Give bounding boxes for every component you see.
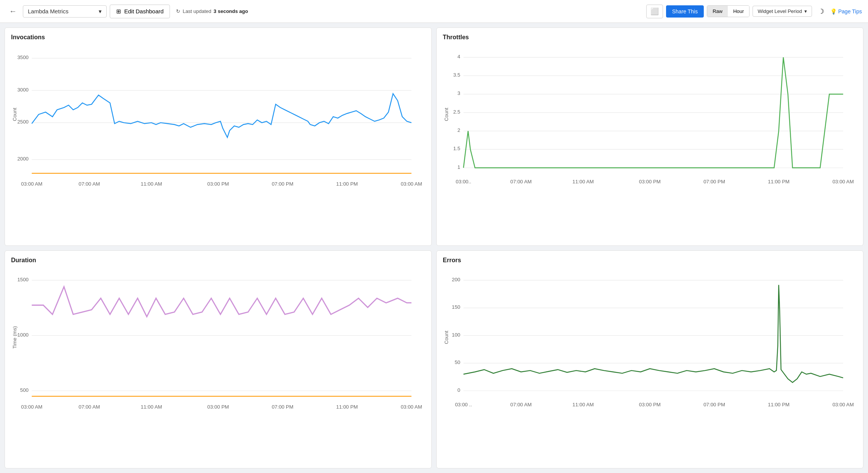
svg-text:100: 100	[452, 332, 460, 337]
svg-text:03:00 AM: 03:00 AM	[21, 181, 42, 187]
last-updated-text: Last updated	[183, 8, 211, 14]
invocations-widget: Invocations 3500 3000 2500 2000 Count	[5, 27, 432, 246]
throttles-chart: 4 3.5 3 2.5 2 1.5 1 Count	[443, 45, 857, 239]
throttles-title: Throttles	[443, 34, 857, 41]
hour-button[interactable]: Hour	[728, 6, 749, 17]
svg-text:07:00 PM: 07:00 PM	[703, 402, 725, 407]
svg-text:0: 0	[458, 387, 460, 393]
svg-text:03:00 AM: 03:00 AM	[833, 179, 854, 184]
duration-widget: Duration 1500 1000 500 Time (ms) 03:00 A…	[5, 250, 432, 469]
svg-text:07:00 AM: 07:00 AM	[510, 179, 532, 184]
raw-hour-toggle: Raw Hour	[707, 5, 749, 17]
svg-text:2500: 2500	[17, 119, 29, 125]
svg-text:11:00 PM: 11:00 PM	[336, 181, 358, 187]
dashboard-name: Lambda Metrics	[28, 8, 69, 14]
svg-text:07:00 PM: 07:00 PM	[703, 179, 725, 184]
svg-text:2000: 2000	[17, 156, 29, 162]
monitor-icon: ⬜	[650, 8, 659, 15]
duration-title: Duration	[11, 257, 425, 264]
svg-text:2.5: 2.5	[453, 109, 460, 115]
svg-text:11:00 PM: 11:00 PM	[768, 179, 790, 184]
svg-text:03:00 ..: 03:00 ..	[455, 402, 472, 407]
back-button[interactable]: ←	[6, 5, 20, 17]
refresh-icon: ↻	[176, 8, 180, 14]
dashboard-selector[interactable]: Lambda Metrics ▾	[23, 5, 107, 18]
svg-text:07:00 AM: 07:00 AM	[510, 402, 532, 407]
edit-icon: ⊞	[116, 8, 121, 15]
svg-text:1500: 1500	[17, 276, 29, 282]
svg-text:2: 2	[458, 127, 460, 133]
svg-text:07:00 AM: 07:00 AM	[78, 404, 100, 410]
errors-title: Errors	[443, 257, 857, 264]
widget-period-label: Widget Level Period	[757, 8, 802, 14]
svg-text:1000: 1000	[17, 332, 29, 337]
svg-text:11:00 AM: 11:00 AM	[141, 404, 162, 410]
svg-text:03:00 PM: 03:00 PM	[639, 402, 661, 407]
edit-label: Edit Dashboard	[124, 8, 163, 14]
svg-text:Count: Count	[444, 330, 449, 344]
svg-text:11:00 PM: 11:00 PM	[336, 404, 358, 410]
svg-text:03:00 PM: 03:00 PM	[207, 404, 229, 410]
svg-text:3000: 3000	[17, 87, 29, 93]
raw-button[interactable]: Raw	[707, 6, 728, 17]
duration-svg: 1500 1000 500 Time (ms) 03:00 AM 07:00 A…	[11, 268, 425, 415]
invocations-svg: 3500 3000 2500 2000 Count 03:00 AM 07:00…	[11, 45, 425, 192]
last-updated-time: 3 seconds ago	[214, 8, 248, 14]
errors-chart: 200 150 100 50 0 Count 03:00 .. 07:00 AM…	[443, 268, 857, 462]
svg-text:11:00 AM: 11:00 AM	[141, 181, 162, 187]
dashboard-grid: Invocations 3500 3000 2500 2000 Count	[0, 23, 868, 473]
share-button[interactable]: Share This	[666, 5, 704, 18]
invocations-title: Invocations	[11, 34, 425, 41]
edit-dashboard-button[interactable]: ⊞ Edit Dashboard	[110, 5, 170, 18]
svg-text:03:00 AM: 03:00 AM	[401, 404, 422, 410]
invocations-chart: 3500 3000 2500 2000 Count 03:00 AM 07:00…	[11, 45, 425, 239]
svg-text:200: 200	[452, 276, 460, 282]
duration-chart: 1500 1000 500 Time (ms) 03:00 AM 07:00 A…	[11, 268, 425, 462]
svg-text:1.5: 1.5	[453, 146, 460, 151]
page-tips-button[interactable]: 💡 Page Tips	[830, 8, 862, 14]
page-tips-label: Page Tips	[838, 8, 862, 14]
throttles-svg: 4 3.5 3 2.5 2 1.5 1 Count	[443, 45, 857, 192]
svg-text:150: 150	[452, 304, 460, 310]
svg-text:03:00 PM: 03:00 PM	[207, 181, 229, 187]
svg-text:03:00 AM: 03:00 AM	[401, 181, 422, 187]
errors-svg: 200 150 100 50 0 Count 03:00 .. 07:00 AM…	[443, 268, 857, 415]
svg-text:3500: 3500	[17, 55, 29, 60]
svg-text:3: 3	[458, 90, 460, 96]
svg-text:03:00 AM: 03:00 AM	[833, 402, 854, 407]
svg-text:1: 1	[458, 164, 460, 170]
svg-text:07:00 PM: 07:00 PM	[272, 181, 293, 187]
svg-text:3.5: 3.5	[453, 72, 460, 78]
svg-text:500: 500	[20, 387, 29, 393]
svg-text:11:00 PM: 11:00 PM	[768, 402, 790, 407]
svg-text:03:00 PM: 03:00 PM	[639, 179, 661, 184]
svg-text:Count: Count	[12, 107, 18, 121]
dashboard-dropdown-icon: ▾	[99, 8, 102, 15]
throttles-widget: Throttles 4 3.5 3 2.5 2 1.5 1 Coun	[436, 27, 863, 246]
widget-period-selector[interactable]: Widget Level Period ▾	[753, 6, 812, 17]
svg-text:11:00 AM: 11:00 AM	[572, 179, 594, 184]
monitor-button[interactable]: ⬜	[646, 5, 663, 18]
errors-widget: Errors 200 150 100 50 0 Count 03:	[436, 250, 863, 469]
svg-text:Count: Count	[444, 107, 449, 121]
svg-text:03:00 AM: 03:00 AM	[21, 404, 42, 410]
svg-text:Time (ms): Time (ms)	[12, 326, 18, 348]
svg-text:50: 50	[455, 359, 460, 365]
widget-period-icon: ▾	[804, 8, 807, 14]
svg-text:4: 4	[458, 54, 460, 59]
last-updated-info: ↻ Last updated 3 seconds ago	[176, 8, 248, 14]
svg-text:07:00 AM: 07:00 AM	[78, 181, 100, 187]
page-tips-icon: 💡	[830, 8, 837, 14]
svg-text:07:00 PM: 07:00 PM	[272, 404, 293, 410]
header: ← Lambda Metrics ▾ ⊞ Edit Dashboard ↻ La…	[0, 0, 868, 23]
svg-text:03:00..: 03:00..	[456, 179, 471, 184]
dark-mode-button[interactable]: ☽	[815, 6, 827, 17]
svg-text:11:00 AM: 11:00 AM	[572, 402, 594, 407]
